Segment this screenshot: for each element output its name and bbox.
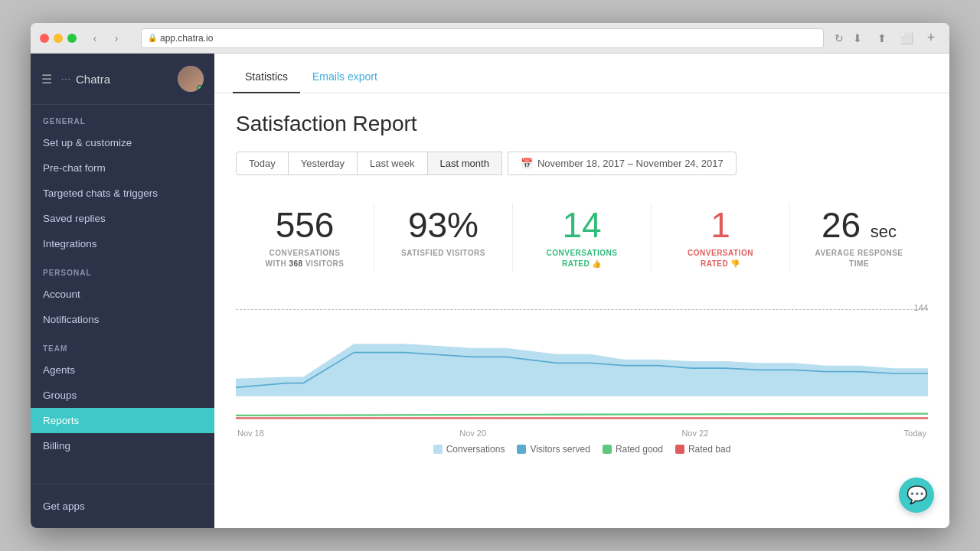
filter-yesterday[interactable]: Yesterday [288, 152, 358, 175]
legend-visitors: Visitors served [517, 444, 590, 455]
legend-dot-visitors [517, 445, 526, 454]
stat-rated-good: 14 CONVERSATIONSRATED 👍 [513, 197, 651, 279]
back-button[interactable]: ‹ [86, 29, 104, 47]
chart-area: 144 [236, 300, 928, 422]
x-label-today: Today [904, 429, 926, 438]
main-content: Statistics Emails export Satisfaction Re… [214, 54, 949, 528]
sidebar-item-groups[interactable]: Groups [31, 383, 214, 408]
url-text: app.chatra.io [160, 33, 213, 44]
legend-label-conversations: Conversations [446, 444, 505, 455]
stat-conversations-label: CONVERSATIONSWITH 368 VISITORS [242, 248, 368, 269]
brand: ··· Chatra [61, 73, 110, 86]
stat-response-time-label: AVERAGE RESPONSETIME [796, 248, 922, 269]
sidebar: ☰ ··· Chatra GENERAL Set up & customize … [31, 54, 214, 528]
legend-label-visitors: Visitors served [530, 444, 590, 455]
chart-dashed-line [236, 309, 928, 310]
page-title: Satisfaction Report [236, 112, 928, 136]
minimize-button[interactable] [54, 34, 63, 43]
tab-emails-export[interactable]: Emails export [300, 60, 390, 93]
avatar[interactable] [178, 66, 204, 92]
brand-dots: ··· [61, 73, 71, 84]
chart-svg [236, 300, 928, 422]
section-label-team: TEAM [31, 332, 214, 357]
stat-response-time-number: 26 sec [796, 206, 922, 245]
main-tabs: Statistics Emails export [214, 54, 949, 93]
legend-dot-conversations [433, 445, 443, 454]
section-label-general: GENERAL [31, 105, 214, 130]
main-body: Satisfaction Report Today Yesterday Last… [214, 93, 949, 528]
sidebar-item-targeted[interactable]: Targeted chats & triggers [31, 181, 214, 206]
app-body: ☰ ··· Chatra GENERAL Set up & customize … [31, 54, 949, 528]
maximize-button[interactable] [67, 34, 77, 43]
stat-response-time: 26 sec AVERAGE RESPONSETIME [790, 197, 928, 279]
chart-y-max-label: 144 [914, 303, 928, 312]
x-label-nov18: Nov 18 [237, 429, 264, 438]
legend-dot-rated-bad [675, 445, 684, 454]
content-wrapper: Statistics Emails export Satisfaction Re… [214, 54, 949, 528]
section-label-personal: PERSONAL [31, 256, 214, 282]
tab-statistics[interactable]: Statistics [233, 60, 300, 93]
download-button[interactable]: ⬇ [848, 29, 867, 47]
filter-date-range[interactable]: 📅 November 18, 2017 – November 24, 2017 [508, 152, 737, 175]
stat-satisfied-number: 93% [381, 206, 506, 245]
stat-conversations: 556 CONVERSATIONSWITH 368 VISITORS [236, 197, 374, 279]
sidebar-item-get-apps[interactable]: Get apps [31, 494, 214, 519]
sidebar-bottom: Get apps [31, 484, 214, 528]
stats-row: 556 CONVERSATIONSWITH 368 VISITORS 93% S… [236, 197, 928, 279]
date-filters: Today Yesterday Last week Last month 📅 N… [236, 152, 928, 175]
traffic-lights [40, 34, 77, 43]
address-bar[interactable]: 🔒 app.chatra.io [141, 28, 824, 48]
sidebar-spacer [31, 458, 214, 484]
window-button[interactable]: ⬜ [897, 29, 916, 47]
sidebar-item-integrations[interactable]: Integrations [31, 231, 214, 256]
stat-rated-bad-number: 1 [658, 206, 783, 245]
chart-legend: Conversations Visitors served Rated good [236, 444, 928, 455]
filter-today[interactable]: Today [236, 152, 289, 175]
browser-titlebar: ‹ › 🔒 app.chatra.io ↻ ⬇ ⬆ ⬜ + [31, 23, 949, 54]
sidebar-item-prechat[interactable]: Pre-chat form [31, 155, 214, 181]
legend-label-rated-bad: Rated bad [688, 444, 730, 455]
x-label-nov22: Nov 22 [681, 429, 708, 438]
legend-rated-bad: Rated bad [675, 444, 730, 455]
legend-conversations: Conversations [433, 444, 505, 455]
stat-rated-good-label: CONVERSATIONSRATED 👍 [519, 248, 645, 269]
stat-rated-bad: 1 CONVERSATIONRATED 👎 [652, 197, 789, 279]
brand-name: Chatra [76, 73, 110, 86]
sidebar-header: ☰ ··· Chatra [31, 54, 214, 105]
sidebar-item-account[interactable]: Account [31, 282, 214, 307]
legend-rated-good: Rated good [603, 444, 663, 455]
sidebar-item-notifications[interactable]: Notifications [31, 307, 214, 332]
svg-marker-0 [236, 344, 928, 396]
add-tab-button[interactable]: + [922, 29, 940, 47]
filter-last-month[interactable]: Last month [427, 152, 502, 175]
stat-satisfied: 93% SATISFIED VISITORS [374, 197, 512, 268]
stat-conversations-number: 556 [242, 206, 368, 245]
share-button[interactable]: ⬆ [873, 29, 891, 47]
nav-arrows: ‹ › [86, 29, 126, 47]
stat-satisfied-label: SATISFIED VISITORS [381, 248, 506, 259]
sidebar-item-setup[interactable]: Set up & customize [31, 130, 214, 155]
legend-dot-rated-good [603, 445, 612, 454]
browser-window: ‹ › 🔒 app.chatra.io ↻ ⬇ ⬆ ⬜ + ☰ ··· Chat… [31, 23, 949, 528]
refresh-button[interactable]: ↻ [830, 29, 848, 47]
calendar-icon: 📅 [521, 158, 533, 169]
stat-rated-good-number: 14 [519, 206, 645, 245]
filter-last-week[interactable]: Last week [357, 152, 428, 175]
sidebar-item-agents[interactable]: Agents [31, 357, 214, 383]
close-button[interactable] [40, 34, 49, 43]
toolbar-actions: ⬇ ⬆ ⬜ + [848, 29, 940, 47]
x-label-nov20: Nov 20 [459, 429, 486, 438]
legend-label-rated-good: Rated good [616, 444, 663, 455]
chart-x-labels: Nov 18 Nov 20 Nov 22 Today [236, 429, 928, 438]
hamburger-icon[interactable]: ☰ [41, 72, 52, 86]
lock-icon: 🔒 [148, 34, 157, 42]
forward-button[interactable]: › [107, 29, 126, 47]
stat-rated-bad-label: CONVERSATIONRATED 👎 [658, 248, 783, 269]
chat-fab-button[interactable]: 💬 [899, 478, 934, 513]
date-range-text: November 18, 2017 – November 24, 2017 [537, 158, 724, 169]
sidebar-item-saved-replies[interactable]: Saved replies [31, 206, 214, 231]
sidebar-item-billing[interactable]: Billing [31, 433, 214, 458]
online-status-dot [197, 85, 203, 91]
sidebar-item-reports[interactable]: Reports [31, 408, 214, 433]
